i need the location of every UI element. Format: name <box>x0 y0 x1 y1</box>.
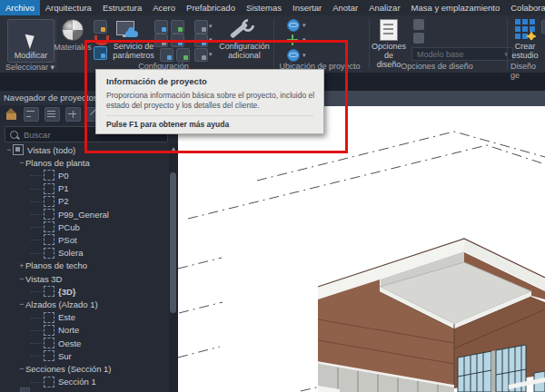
tree-item-label: Sección 1 <box>58 377 96 387</box>
tree-item-solera[interactable]: Solera <box>0 247 169 260</box>
collapse-icon[interactable]: − <box>18 364 25 373</box>
create-study-icon[interactable] <box>514 18 536 40</box>
sheets-grid-icon[interactable] <box>65 107 81 122</box>
tree-item-label: {3D} <box>58 287 76 297</box>
tree-item-label: P99_General <box>58 210 109 220</box>
location-globe-icon[interactable] <box>287 19 300 32</box>
ribbon-tab-insertar[interactable]: Insertar <box>287 0 327 15</box>
tree-item-secciones-secci-n-1[interactable]: −Secciones (Sección 1) <box>0 362 169 375</box>
tree-item-p99-general[interactable]: P99_General <box>0 208 169 220</box>
collapse-icon[interactable]: − <box>18 274 25 283</box>
ribbon-tab-estructura[interactable]: Estructura <box>97 0 147 15</box>
schedules-icon[interactable] <box>45 107 60 122</box>
mep-settings-icon[interactable] <box>194 48 208 62</box>
tree-item-label: Norte <box>58 325 79 335</box>
create-study-button[interactable]: Crearestudio <box>509 42 541 60</box>
materials-sphere-icon <box>62 19 84 41</box>
plan-view-icon <box>44 338 54 348</box>
dropdown-arrow[interactable]: ▾ <box>209 51 213 58</box>
design-options-group-label: Opciones de diseño <box>382 62 491 71</box>
tree-item-planos-de-techo[interactable]: +Planos de techo <box>0 260 169 272</box>
coordinates-axes-icon[interactable] <box>287 34 298 45</box>
tree-item-label: Vistas 3D <box>25 274 62 284</box>
ribbon-tab-acero[interactable]: Acero <box>147 0 181 15</box>
purge-icon[interactable] <box>171 34 184 47</box>
ribbon-tab-sistemas[interactable]: Sistemas <box>241 0 287 15</box>
3d-view <box>178 106 545 392</box>
tree-item-pcub[interactable]: PCub <box>0 220 169 233</box>
tooltip-divider <box>106 115 313 116</box>
tree-item-norte[interactable]: Norte <box>0 324 169 337</box>
tree-item-label: P2 <box>58 196 69 206</box>
project-information-button[interactable] <box>94 46 107 60</box>
tree-item-label: Planos de techo <box>25 260 87 270</box>
tree-guide-line <box>31 329 42 331</box>
tree-item-oeste[interactable]: Oeste <box>0 337 169 349</box>
dropdown-arrow[interactable]: ▾ <box>302 36 306 44</box>
shared-parameters-icon[interactable] <box>154 20 168 34</box>
base-model-dropdown[interactable]: Modelo base▾ <box>411 47 513 61</box>
ribbon-tab-analizar[interactable]: Analizar <box>363 0 405 15</box>
ribbon-tab-colaborar[interactable]: Colaborar <box>505 0 545 15</box>
ribbon-tab-masa-y-emplazamiento[interactable]: Masa y emplazamiento <box>406 0 506 15</box>
dropdown-arrow[interactable]: ▾ <box>302 22 306 29</box>
tree-item-label: Alzados (Alzado 1) <box>25 299 98 309</box>
tree-item-psot[interactable]: PSot <box>0 233 169 246</box>
scroll-up-icon[interactable]: ▲ <box>169 145 178 152</box>
tree-item-planos-de-planta[interactable]: −Planos de planta <box>0 156 169 169</box>
tree-item-3d[interactable]: {3D} <box>0 285 169 298</box>
tree-item-label: Vistas (todo) <box>27 145 75 155</box>
plan-view-icon <box>44 248 54 259</box>
clipped-button-icon[interactable] <box>541 20 545 34</box>
tree-item-vistas-3d[interactable]: −Vistas 3D <box>0 272 169 285</box>
drawing-canvas[interactable] <box>178 106 545 392</box>
scroll-thumb[interactable] <box>170 172 176 313</box>
dropdown-arrow[interactable]: ▾ <box>302 52 306 59</box>
structural-settings-icon[interactable] <box>194 34 208 47</box>
tree-item-p0[interactable]: P0 <box>0 169 169 181</box>
param-cloud-icon-2[interactable] <box>176 48 190 62</box>
materials-button[interactable] <box>60 19 85 41</box>
transfer-standards-icon[interactable] <box>154 34 168 47</box>
select-panel-label[interactable]: Seleccionar ▾ <box>5 63 54 72</box>
additional-settings-button[interactable]: Configuraciónadicional <box>216 42 272 60</box>
revit-window: ArchivoArquitecturaEstructuraAceroPrefab… <box>0 0 545 392</box>
views-filter-icon[interactable] <box>24 107 39 122</box>
tree-item-p2[interactable]: P2 <box>0 195 169 208</box>
param-cloud-icon-1[interactable] <box>160 48 173 62</box>
tooltip-footer: Pulse F1 para obtener más ayuda <box>106 120 313 129</box>
ribbon-tab-prefabricado[interactable]: Prefabricado <box>181 0 241 15</box>
tree-item-vistas-todo[interactable]: −Vistas (todo) <box>0 143 169 156</box>
plan-view-icon <box>44 377 54 387</box>
tree-guide-line <box>31 342 42 344</box>
position-globe-icon[interactable] <box>287 49 300 62</box>
dropdown-arrow[interactable]: ▾ <box>209 23 213 30</box>
tree-guide-line <box>31 226 42 228</box>
tree-scrollbar[interactable]: ▲ <box>169 143 178 392</box>
expand-icon[interactable]: + <box>18 261 25 270</box>
global-parameters-icon[interactable] <box>171 20 184 34</box>
ribbon-tab-arquitectura[interactable]: Arquitectura <box>40 0 97 15</box>
snaps-magnet-icon[interactable] <box>94 35 109 45</box>
home-icon[interactable] <box>5 108 18 121</box>
ribbon-tab-anotar[interactable]: Anotar <box>327 0 363 15</box>
tree-item-p1[interactable]: P1 <box>0 182 169 195</box>
collapse-icon[interactable]: − <box>18 299 25 309</box>
parameter-service-button[interactable]: Servicio deparámetros <box>111 42 156 60</box>
pick-to-edit-icon[interactable] <box>413 19 424 30</box>
tree-item-alzados-alzado-1[interactable]: −Alzados (Alzado 1) <box>0 298 169 310</box>
tree-item-este[interactable]: Este <box>0 311 169 324</box>
project-units-icon[interactable] <box>194 20 208 34</box>
tree-item-secci-n-1[interactable]: Sección 1 <box>0 376 169 388</box>
tree-item-sur[interactable]: Sur <box>0 349 169 362</box>
collapse-icon[interactable]: − <box>18 158 25 167</box>
dropdown-arrow[interactable]: ▾ <box>209 36 213 44</box>
tree-guide-line <box>31 201 42 202</box>
accept-primary-icon[interactable] <box>413 33 424 44</box>
search-placeholder: Buscar <box>24 130 51 140</box>
project-parameters-icon[interactable] <box>94 20 107 34</box>
ribbon-tab-archivo[interactable]: Archivo <box>0 0 40 15</box>
plan-view-icon <box>44 170 54 181</box>
collapse-icon[interactable]: − <box>5 145 13 154</box>
modify-button[interactable]: Modificar <box>7 19 54 63</box>
